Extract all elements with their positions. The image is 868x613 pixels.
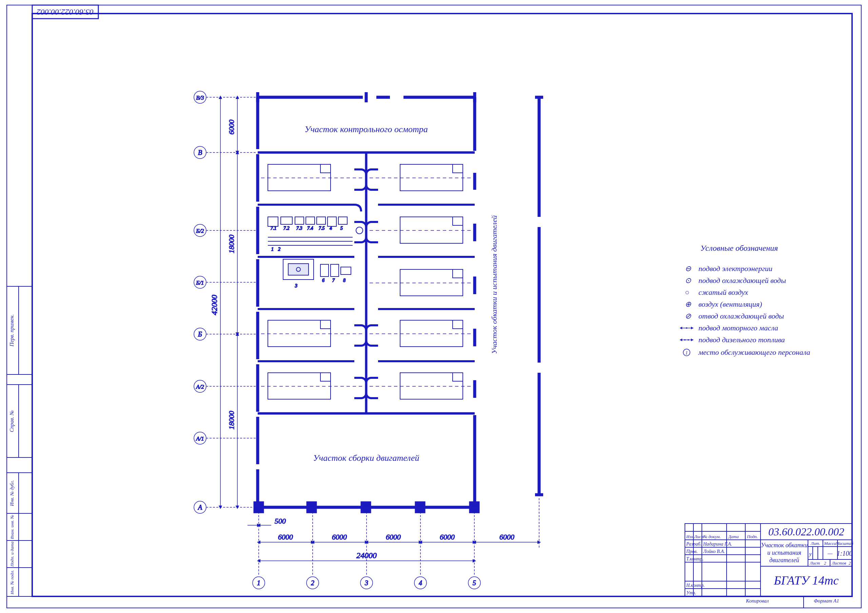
- dim-18000b: 18000: [227, 411, 236, 430]
- detailed-bay: 7.1 7.2 7.3 7.4 7.5 4 5 1 2 6 7 3 8: [268, 217, 363, 288]
- svg-text:2: 2: [824, 560, 826, 565]
- axis-label: А/1: [195, 435, 204, 442]
- svg-text:⊖: ⊖: [685, 264, 691, 273]
- svg-rect-5: [19, 473, 32, 513]
- dim-18000a: 18000: [227, 235, 236, 254]
- axis-label: 5: [473, 579, 476, 587]
- legend: Условные обозначения ⊖подвод электроэнер…: [680, 244, 811, 356]
- equip-label-7.1: 7.1: [271, 226, 277, 231]
- side-label: Взам. инв. №: [9, 515, 15, 539]
- tb-code: 03.60.022.00.002: [768, 526, 844, 538]
- svg-point-138: [686, 327, 687, 329]
- svg-text:Участок обкатки: Участок обкатки: [761, 542, 808, 549]
- dim-24000: 24000: [356, 551, 377, 560]
- axis-label: 3: [364, 579, 368, 587]
- svg-text:№ докум.: № докум.: [703, 534, 721, 539]
- svg-text:Лист: Лист: [809, 560, 820, 565]
- legend-item: подвод дизельного топлива: [699, 336, 785, 344]
- svg-text:2: 2: [849, 560, 851, 565]
- svg-text:Формат   А1: Формат А1: [814, 598, 839, 604]
- svg-text:7.5: 7.5: [319, 226, 325, 231]
- axis-label: А/2: [195, 384, 204, 390]
- svg-text:и испытания: и испытания: [767, 549, 801, 556]
- svg-rect-9: [19, 540, 32, 568]
- svg-text:Листов: Листов: [831, 560, 846, 565]
- svg-rect-76: [317, 217, 326, 224]
- drawing-sheet: 03.60.022.00.002 Перв. примен. Справ. № …: [0, 0, 868, 613]
- svg-text:7.4: 7.4: [307, 226, 313, 231]
- svg-text:Изм.: Изм.: [686, 534, 695, 539]
- svg-marker-140: [680, 327, 682, 330]
- side-label: Подп. и дата: [9, 541, 15, 567]
- axis-label: 4: [419, 579, 422, 587]
- svg-rect-75: [306, 217, 315, 224]
- dim-6000: 6000: [227, 120, 236, 135]
- svg-rect-55: [268, 164, 330, 191]
- floor-plan: 7.1 7.2 7.3 7.4 7.5 4 5 1 2 6 7 3 8 Учас…: [255, 92, 543, 512]
- svg-text:Надарина Г.А.: Надарина Г.А.: [703, 542, 732, 546]
- equip-label-7: 7: [332, 278, 335, 283]
- svg-text:Подп.: Подп.: [747, 534, 758, 539]
- svg-text:Дата: Дата: [728, 534, 739, 539]
- svg-text:⊕: ⊕: [685, 300, 691, 308]
- axis-label: А: [197, 503, 202, 511]
- svg-text:—: —: [827, 550, 833, 556]
- svg-point-143: [688, 339, 689, 341]
- legend-item: подвод электроэнергии: [699, 264, 772, 273]
- title-block: 03.60.022.00.002 Изм. Лист № докум. Подп…: [685, 523, 853, 608]
- svg-marker-145: [680, 339, 682, 341]
- svg-text:у: у: [808, 551, 812, 557]
- legend-item: сжатый воздух: [699, 288, 748, 297]
- svg-text:1:100: 1:100: [837, 550, 853, 557]
- svg-text:Н.контр.: Н.контр.: [686, 583, 705, 588]
- legend-item: отвод охлаждающей воды: [699, 312, 784, 320]
- axis-label: Б/1: [195, 280, 204, 286]
- svg-rect-77: [327, 217, 336, 226]
- equip-label-6: 6: [322, 278, 324, 283]
- side-label: Перв. примен.: [9, 314, 15, 347]
- dim-b2: 6000: [332, 533, 347, 541]
- equip-label-2: 2: [278, 247, 281, 252]
- svg-rect-61: [268, 373, 330, 399]
- svg-rect-58: [400, 269, 463, 296]
- svg-text:Копировал: Копировал: [746, 598, 769, 604]
- svg-text:Пров.: Пров.: [686, 549, 698, 554]
- dim-b4: 6000: [440, 533, 455, 541]
- svg-rect-86: [321, 264, 329, 277]
- svg-text:⊙: ⊙: [685, 276, 691, 285]
- axis-label: 1: [257, 579, 260, 587]
- area-testing: Участок обкатки и испытания двигателей: [490, 215, 498, 354]
- svg-rect-72: [268, 217, 278, 226]
- svg-point-142: [684, 339, 685, 341]
- equip-label-3: 3: [294, 283, 298, 288]
- svg-text:Лист: Лист: [694, 534, 704, 539]
- side-label: Инв. № дубл.: [9, 480, 15, 506]
- svg-rect-56: [400, 164, 463, 191]
- svg-rect-84: [288, 264, 308, 275]
- axis-label: Б/2: [195, 228, 204, 234]
- axis-label: 2: [311, 579, 314, 587]
- svg-point-79: [356, 227, 363, 234]
- svg-rect-11: [19, 568, 32, 596]
- svg-text:двигателей: двигателей: [769, 557, 799, 563]
- svg-text:Утв.: Утв.: [686, 590, 696, 595]
- dim-42000: 42000: [210, 295, 219, 315]
- axis-label: Б: [198, 330, 202, 338]
- tb-org: БГАТУ 14тс: [774, 574, 839, 587]
- svg-text:Лойко В.А.: Лойко В.А.: [703, 549, 725, 554]
- svg-rect-62: [400, 373, 463, 399]
- equip-label-8: 8: [343, 278, 346, 283]
- svg-rect-74: [295, 217, 304, 224]
- svg-rect-1: [19, 286, 32, 375]
- svg-rect-60: [400, 320, 463, 347]
- side-label: Справ. №: [9, 410, 15, 432]
- equip-label-5: 5: [340, 226, 343, 231]
- svg-rect-22: [416, 503, 424, 512]
- svg-marker-139: [691, 327, 693, 330]
- area-assembly: Участок сборки двигателей: [313, 453, 419, 463]
- svg-rect-73: [281, 217, 292, 224]
- dim-b3: 6000: [386, 533, 401, 541]
- svg-rect-187: [813, 546, 818, 559]
- area-inspection: Участок контрольного осмотра: [304, 124, 428, 134]
- svg-text:Масса: Масса: [824, 541, 836, 546]
